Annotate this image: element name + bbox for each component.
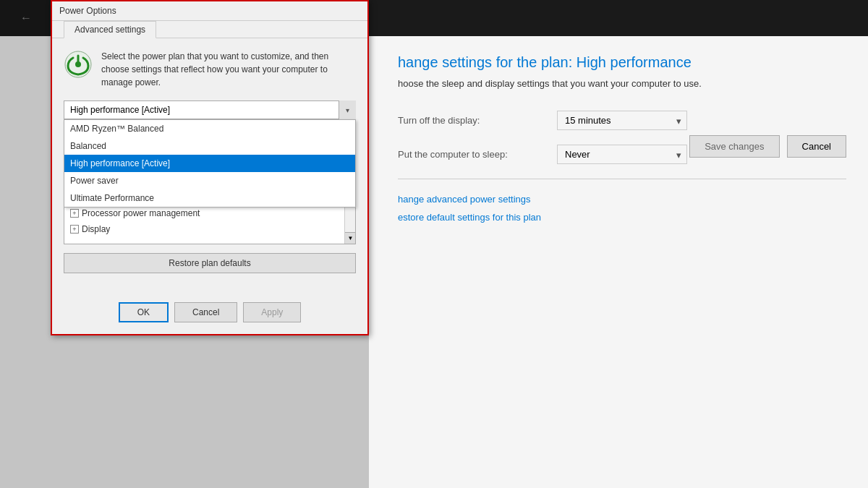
modal-footer: OK Cancel Apply — [52, 296, 367, 334]
plan-dropdown-list: AMD Ryzen™ Balanced Balanced High perfor… — [64, 119, 356, 207]
advanced-settings-tab[interactable]: Advanced settings — [64, 21, 156, 38]
plan-option-high[interactable]: High performance [Active] — [64, 155, 355, 172]
action-buttons: Save changes Cancel — [689, 135, 846, 158]
edit-plan-settings: hange settings for the plan: High perfor… — [376, 40, 868, 244]
advanced-power-link[interactable]: hange advanced power settings — [398, 194, 846, 205]
restore-default-link[interactable]: estore default settings for this plan — [398, 212, 846, 223]
sleep-dropdown[interactable]: Never — [557, 145, 687, 164]
tab-bar: Advanced settings — [52, 21, 367, 38]
cancel-button[interactable]: Cancel — [174, 302, 237, 322]
tree-expander-processor[interactable]: + — [70, 209, 79, 218]
modal-body: Select the power plan that you want to c… — [52, 38, 367, 296]
display-dropdown-wrapper: 15 minutes — [557, 111, 687, 130]
apply-button[interactable]: Apply — [243, 302, 301, 322]
tree-label-processor: Processor power management — [82, 208, 200, 218]
modal-description: Select the power plan that you want to c… — [64, 50, 356, 89]
plan-option-power-saver[interactable]: Power saver — [64, 172, 355, 189]
sleep-label: Put the computer to sleep: — [398, 149, 542, 160]
tree-item-display[interactable]: + Display — [64, 221, 355, 237]
plan-option-balanced[interactable]: Balanced — [64, 137, 355, 155]
divider — [398, 179, 846, 179]
cancel-button-bg[interactable]: Cancel — [787, 135, 846, 158]
svg-point-1 — [75, 61, 81, 67]
scroll-down[interactable]: ▼ — [345, 232, 356, 244]
plan-option-ultimate[interactable]: Ultimate Performance — [64, 189, 355, 207]
save-changes-button[interactable]: Save changes — [689, 135, 779, 158]
display-label: Turn off the display: — [398, 115, 542, 126]
plan-option-amd[interactable]: AMD Ryzen™ Balanced — [64, 120, 355, 137]
tree-expander-display[interactable]: + — [70, 225, 79, 234]
tree-label-display: Display — [82, 224, 110, 234]
plan-subtext: hoose the sleep and display settings tha… — [398, 78, 846, 89]
sleep-dropdown-wrapper: Never — [557, 145, 687, 164]
power-options-modal: Power Options Advanced settings Select t… — [51, 0, 369, 335]
display-dropdown[interactable]: 15 minutes — [557, 111, 687, 130]
plan-heading: hange settings for the plan: High perfor… — [398, 54, 846, 71]
modal-description-text: Select the power plan that you want to c… — [101, 50, 356, 89]
display-setting-row: Turn off the display: 15 minutes — [398, 111, 846, 130]
plan-select-wrapper: ▾ AMD Ryzen™ Balanced Balanced High perf… — [64, 100, 356, 119]
power-icon — [64, 50, 93, 79]
restore-plan-defaults-button[interactable]: Restore plan defaults — [64, 253, 356, 273]
modal-title-bar: Power Options — [52, 1, 367, 21]
ok-button[interactable]: OK — [119, 302, 169, 322]
tree-item-processor[interactable]: + Processor power management — [64, 205, 355, 221]
modal-title: Power Options — [59, 6, 116, 16]
plan-select-input[interactable] — [64, 100, 356, 119]
